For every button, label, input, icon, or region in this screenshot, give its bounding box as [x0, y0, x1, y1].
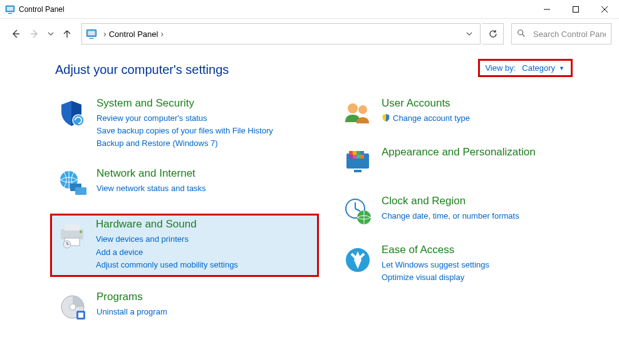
category-system-and-security: System and Security Review your computer… [55, 95, 319, 153]
shield-icon [58, 98, 88, 128]
svg-line-13 [523, 34, 525, 37]
svg-point-21 [80, 231, 82, 233]
svg-point-12 [518, 30, 523, 35]
category-title[interactable]: User Accounts [382, 97, 600, 110]
svg-point-26 [70, 304, 76, 310]
category-title[interactable]: Clock and Region [382, 195, 600, 207]
view-by-label: View by: [485, 63, 516, 73]
svg-rect-32 [354, 170, 362, 172]
svg-rect-35 [356, 151, 360, 155]
svg-rect-40 [360, 155, 364, 159]
category-title[interactable]: Hardware and Sound [96, 218, 313, 231]
category-link[interactable]: Change account type [382, 112, 600, 126]
breadcrumb-root[interactable]: Control Panel [109, 29, 159, 39]
category-title[interactable]: Network and Internet [96, 167, 315, 180]
control-panel-icon [5, 4, 15, 14]
monitor-colors-icon [343, 147, 373, 177]
address-bar[interactable]: › Control Panel › [81, 23, 481, 44]
clock-globe-icon [343, 196, 373, 226]
category-title[interactable]: System and Security [96, 97, 315, 110]
content-area: Adjust your computer's settings View by:… [0, 49, 619, 337]
category-link[interactable]: Uninstall a program [96, 306, 315, 318]
svg-point-14 [73, 115, 84, 126]
svg-rect-17 [75, 187, 86, 195]
category-link[interactable]: Let Windows suggest settings [382, 259, 600, 271]
svg-point-30 [358, 105, 367, 114]
category-link[interactable]: Save backup copies of your files with Fi… [96, 125, 315, 137]
svg-rect-1 [7, 7, 13, 11]
search-box[interactable] [511, 23, 611, 44]
category-appearance-and-personalization: Appearance and Personalization [340, 143, 604, 181]
refresh-button[interactable] [482, 23, 504, 44]
ease-of-access-icon [343, 245, 373, 275]
svg-rect-19 [65, 224, 80, 231]
svg-rect-39 [356, 155, 360, 159]
category-link[interactable]: Backup and Restore (Windows 7) [96, 137, 315, 150]
up-button[interactable] [59, 26, 75, 42]
category-link[interactable]: Change date, time, or number formats [382, 210, 600, 222]
uac-shield-icon [382, 113, 390, 126]
svg-rect-34 [353, 151, 356, 155]
svg-point-29 [348, 103, 358, 113]
category-network-and-internet: Network and Internet View network status… [55, 165, 319, 202]
svg-rect-38 [353, 155, 356, 159]
globe-network-icon [58, 169, 88, 199]
nav-row: › Control Panel › [0, 19, 619, 49]
category-link[interactable]: View network status and tasks [96, 182, 315, 195]
printer-icon [57, 219, 87, 249]
chevron-down-icon: ▼ [559, 65, 564, 71]
svg-rect-11 [90, 38, 94, 39]
minimize-button[interactable] [533, 0, 561, 19]
users-icon [343, 98, 373, 128]
svg-rect-36 [360, 151, 364, 155]
chevron-right-icon: › [158, 29, 166, 39]
category-title[interactable]: Appearance and Personalization [382, 146, 600, 159]
disc-icon [58, 292, 88, 322]
category-link[interactable]: View devices and printers [96, 233, 313, 246]
view-by-control[interactable]: View by: Category▼ [478, 59, 573, 77]
svg-rect-28 [78, 313, 83, 318]
maximize-button[interactable] [561, 0, 590, 19]
recent-locations-button[interactable] [45, 26, 56, 42]
forward-button[interactable] [26, 26, 43, 42]
category-title[interactable]: Ease of Access [382, 244, 600, 256]
control-panel-icon [85, 27, 98, 41]
search-icon [517, 29, 527, 39]
category-ease-of-access: Ease of Access Let Windows suggest setti… [340, 241, 604, 288]
search-input[interactable] [533, 29, 606, 39]
view-by-value[interactable]: Category▼ [522, 63, 564, 73]
category-programs: Programs Uninstall a program [55, 288, 319, 326]
category-column-left: System and Security Review your computer… [55, 95, 319, 337]
category-link[interactable]: Review your computer's status [96, 112, 315, 125]
category-clock-and-region: Clock and Region Change date, time, or n… [340, 192, 604, 230]
category-link[interactable]: Add a device [96, 246, 313, 259]
category-column-right: User Accounts Change account type Appear… [340, 95, 604, 337]
close-button[interactable] [590, 0, 619, 19]
category-user-accounts: User Accounts Change account type [340, 95, 604, 132]
svg-rect-33 [349, 151, 353, 155]
category-link[interactable]: Adjust commonly used mobility settings [96, 259, 313, 271]
svg-rect-10 [88, 31, 95, 36]
chevron-right-icon: › [101, 29, 109, 39]
titlebar: Control Panel [0, 0, 619, 19]
category-title[interactable]: Programs [96, 291, 315, 303]
category-hardware-and-sound: Hardware and Sound View devices and prin… [50, 214, 319, 276]
back-button[interactable] [8, 26, 24, 42]
category-link[interactable]: Optimize visual display [382, 271, 600, 284]
window-title: Control Panel [19, 5, 65, 14]
svg-rect-2 [8, 13, 12, 14]
address-dropdown-button[interactable] [461, 24, 477, 43]
svg-rect-4 [573, 6, 579, 12]
svg-rect-37 [349, 155, 353, 159]
